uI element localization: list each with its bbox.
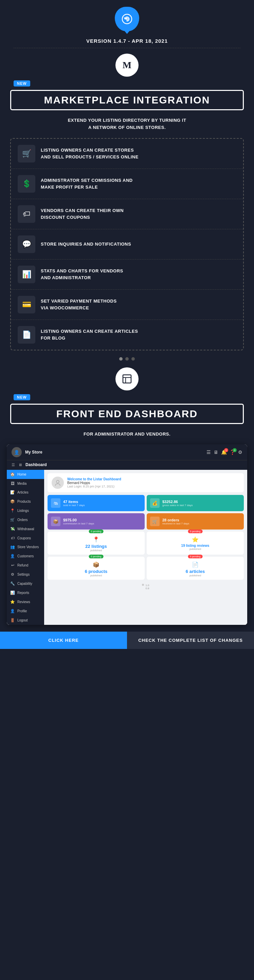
nav-hamburger[interactable]: ☰ xyxy=(11,463,15,467)
withdrawal-icon: 💸 xyxy=(10,527,15,531)
sidebar-item-profile[interactable]: 👤 Profile xyxy=(7,606,44,616)
listing-card-value-1: 22 listings xyxy=(50,544,142,549)
sales-icon: 💰 xyxy=(150,498,160,508)
sidebar-item-listings[interactable]: 📍 Listings xyxy=(7,506,44,515)
chart-icon: 📊 xyxy=(18,266,35,283)
version-text: VERSION 1.4.7 - APR 18, 2021 xyxy=(0,38,254,44)
sidebar-item-media[interactable]: 🖼 Media xyxy=(7,479,44,488)
sidebar-item-reports[interactable]: 📊 Reports xyxy=(7,588,44,597)
listing-card-icon-2: ⭐ xyxy=(149,536,241,543)
listing-card-articles: 9 pending 📄 6 articles published xyxy=(147,557,244,580)
feature-text-2: ADMINISTRATOR SET COMISSIONS ANDMAKE PRO… xyxy=(41,177,133,190)
sidebar-item-home[interactable]: 🏠 Home xyxy=(7,470,44,479)
sidebar-item-withdrawal[interactable]: 💸 Withdrawal xyxy=(7,525,44,534)
subtitle-text-1: EXTEND YOUR LISTING DIRECTORY BY TURNING… xyxy=(68,118,187,130)
listing-card-label-4: published xyxy=(149,574,241,577)
notification-icon-wrapper[interactable]: 🔔 5 xyxy=(221,449,227,455)
sidebar-label-vendors: Store Vendors xyxy=(17,545,39,549)
listings-icon: 📍 xyxy=(10,509,15,513)
listing-card-products: 0 pending 📦 6 products published xyxy=(48,557,145,580)
sidebar-item-capability[interactable]: 🔧 Capability xyxy=(7,579,44,588)
payment-icon: 💳 xyxy=(18,296,35,313)
listing-card-reviews: 9 pending ⭐ 19 listing reviews published xyxy=(147,531,244,555)
check-changes-button[interactable]: CHECK THE COMPLETE LIST OF CHANGES xyxy=(127,632,254,649)
sidebar-item-logout[interactable]: 🚪 Logout xyxy=(7,616,44,625)
welcome-avatar xyxy=(52,477,64,489)
sidebar-item-customers[interactable]: 👤 Customers xyxy=(7,552,44,561)
refresh-plus-icon xyxy=(121,13,133,25)
subtitle-2: FOR ADMINISTRATOR AND VENDORS. xyxy=(14,431,240,438)
topbar-right: ☰ 🖥 🔔 5 ❓ 0 ⚙ xyxy=(206,449,243,455)
subtitle-text-2: FOR ADMINISTRATOR AND VENDORS. xyxy=(83,431,171,437)
m-icon-circle: M xyxy=(115,54,139,77)
mockup-topbar: 👤 My Store ☰ 🖥 🔔 5 ❓ 0 ⚙ xyxy=(7,444,247,460)
sidebar-item-reviews[interactable]: ⭐ Reviews xyxy=(7,597,44,606)
feature-text-6: SET VARIED PAYMENT METHODSVIA WOOCOMMERC… xyxy=(41,298,117,311)
scroll-label: 1.00.8 xyxy=(145,584,149,590)
hamburger-icon[interactable]: ☰ xyxy=(206,449,211,455)
vendors-icon: 👥 xyxy=(10,545,15,549)
click-here-button[interactable]: CLICK HERE xyxy=(0,632,127,649)
sidebar-item-orders[interactable]: 🛒 Orders xyxy=(7,515,44,525)
dot-3[interactable] xyxy=(131,357,135,361)
feature-item-6: 💳 SET VARIED PAYMENT METHODSVIA WOOCOMME… xyxy=(11,290,243,320)
question-icon-wrapper[interactable]: ❓ 0 xyxy=(230,449,235,455)
mockup-main-content: Welcome to the Listar Dashboard Bernard … xyxy=(44,470,247,625)
svg-point-6 xyxy=(56,480,59,483)
feature-text-4: STORE INQUIRIES AND NOTIFICATIONS xyxy=(41,241,131,248)
listing-card-icon-3: 📦 xyxy=(50,562,142,568)
refund-icon: ↩ xyxy=(10,563,15,568)
sidebar-item-refund[interactable]: ↩ Refund xyxy=(7,561,44,570)
sidebar-item-products[interactable]: 📦 Products xyxy=(7,497,44,506)
listing-card-value-2: 19 listing reviews xyxy=(149,544,241,547)
products-icon: 📦 xyxy=(10,500,15,504)
sidebar-label-withdrawal: Withdrawal xyxy=(17,527,34,531)
stat-card-orders: 🛒 28 orders received in last 7 days xyxy=(147,513,244,530)
orders-icon: 🛒 xyxy=(10,518,15,522)
stat-card-items: 🛍 47 items sold in last 7 days xyxy=(48,495,145,511)
listing-card-label-3: published xyxy=(50,574,142,577)
sidebar-item-settings[interactable]: ⚙ Settings xyxy=(7,570,44,579)
orders-card-icon: 🛒 xyxy=(150,517,160,526)
settings-icon[interactable]: ⚙ xyxy=(238,449,243,455)
feature-list-box: 🛒 LISTING OWNERS CAN CREATE STORESAND SE… xyxy=(10,138,244,350)
new-badge-2: NEW xyxy=(0,394,254,402)
listing-card-value-4: 6 articles xyxy=(149,569,241,574)
welcome-last-login: Last Login: 8:25 pm (Apr 17, 2021) xyxy=(67,485,121,488)
dot-2[interactable] xyxy=(125,357,129,361)
main-title-1: MARKETPLACE INTEGRATION xyxy=(18,94,236,106)
divider-top xyxy=(14,48,240,48)
articles-icon: 📝 xyxy=(10,490,15,495)
monitor-icon[interactable]: 🖥 xyxy=(214,449,218,455)
stat-label-items: sold in last 7 days xyxy=(63,504,85,507)
media-icon: 🖼 xyxy=(10,481,15,485)
sidebar-label-logout: Logout xyxy=(17,618,28,622)
nav-monitor[interactable]: 🖥 xyxy=(18,463,22,467)
sidebar-label-listings: Listings xyxy=(17,509,29,512)
sidebar-label-reviews: Reviews xyxy=(17,600,30,604)
reports-icon: 📊 xyxy=(10,590,15,595)
sidebar-label-products: Products xyxy=(17,500,30,503)
sidebar-item-articles[interactable]: 📝 Articles xyxy=(7,488,44,497)
new-badge-1: NEW xyxy=(0,80,254,89)
sidebar-label-settings: Settings xyxy=(17,573,30,576)
m-icon-area: M xyxy=(0,54,254,77)
feature-text-1: LISTING OWNERS CAN CREATE STORESAND SELL… xyxy=(41,147,139,160)
svg-rect-3 xyxy=(123,375,131,383)
sidebar-item-coupons[interactable]: 🏷 Coupons xyxy=(7,534,44,542)
feature-item-2: 💲 ADMINISTRATOR SET COMISSIONS ANDMAKE P… xyxy=(11,169,243,199)
stat-info-orders: 28 orders received in last 7 days xyxy=(162,518,189,525)
items-icon: 🛍 xyxy=(51,498,61,508)
sidebar-item-store-vendors[interactable]: 👥 Store Vendors xyxy=(7,542,44,552)
stat-value-commission: $975.00 xyxy=(63,518,94,522)
dashboard-mockup: 👤 My Store ☰ 🖥 🔔 5 ❓ 0 ⚙ ☰ 🖥 Dashboard xyxy=(7,444,247,625)
feature-text-5: STATS AND CHARTS FOR VENDORSAND ADMINIST… xyxy=(41,268,123,281)
welcome-text: Welcome to the Listar Dashboard Bernard … xyxy=(67,477,121,488)
section-2: NEW FRONT END DASHBOARD FOR ADMINISTRATO… xyxy=(0,368,254,632)
help-count: 0 xyxy=(233,448,237,452)
sidebar-label-orders: Orders xyxy=(17,518,28,522)
profile-icon: 👤 xyxy=(10,609,15,613)
dot-1[interactable] xyxy=(119,357,123,361)
sidebar-label-articles: Articles xyxy=(17,490,29,494)
stat-info-items: 47 items sold in last 7 days xyxy=(63,500,85,507)
